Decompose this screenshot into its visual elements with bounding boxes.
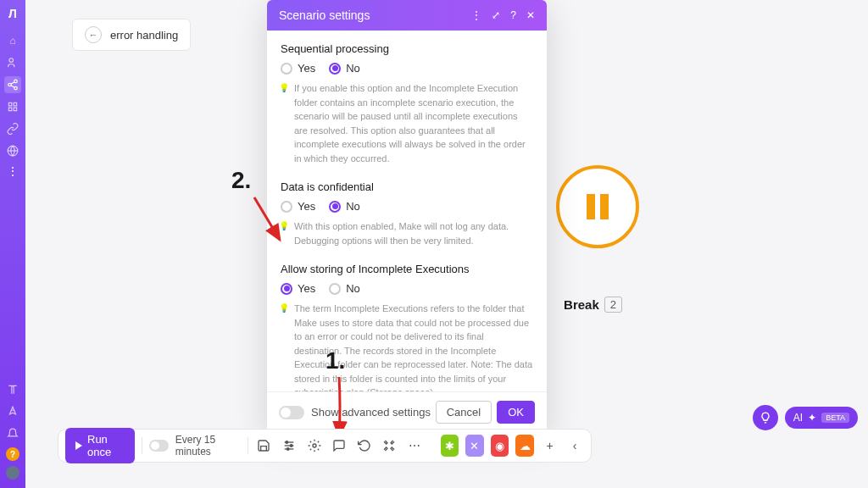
expand-icon[interactable]: ⤢ [492,9,500,21]
sidebar-link-icon[interactable] [4,120,21,137]
bottom-toolbar: Run once Every 15 minutes ⋯ ✱ ✕ ◉ ☁ + ‹ [58,429,592,463]
run-once-button[interactable]: Run once [65,428,135,463]
break-node[interactable] [556,165,639,248]
scenario-settings-modal: Scenario settings ⋮ ⤢ ? ✕ Sequential pro… [267,0,547,432]
sidebar-help-icon[interactable]: ? [6,447,19,461]
annotation-step-1: 1. [326,347,345,374]
ok-button[interactable]: OK [497,401,535,424]
advanced-label: Show advanced settings [311,406,431,419]
back-icon[interactable]: ← [85,26,102,43]
setting-sequential-processing: Sequential processing Yes No If you enab… [281,42,533,165]
tools-icon[interactable] [380,435,398,457]
radio-yes[interactable]: Yes [281,62,315,75]
sidebar-rocket-icon[interactable] [4,403,21,420]
breadcrumb: ← error handling [72,19,191,51]
svg-point-13 [286,441,288,444]
sidebar-globe-icon[interactable] [4,142,21,159]
radio-yes[interactable]: Yes [281,200,315,213]
advanced-toggle[interactable] [279,406,304,419]
annotation-step-2: 2. [231,167,251,194]
module-red-icon[interactable]: ◉ [491,435,509,457]
svg-point-14 [290,445,292,447]
controls-icon[interactable] [280,435,298,457]
modal-header: Scenario settings ⋮ ⤢ ? ✕ [267,0,547,30]
beta-badge: BETA [821,413,849,423]
sidebar-puzzle-icon[interactable] [4,98,21,115]
schedule-toggle[interactable] [149,440,169,452]
modal-footer: Show advanced settings Cancel OK [267,391,547,432]
schedule-label: Every 15 minutes [175,434,241,458]
svg-line-5 [11,86,14,87]
node-label: Break 2 [564,297,622,313]
modal-body: Sequential processing Yes No If you enab… [267,30,547,391]
history-icon[interactable] [355,435,374,457]
sidebar-share-icon[interactable] [4,76,21,93]
radio-no[interactable]: No [329,62,360,75]
help-icon[interactable]: ? [510,9,516,21]
svg-point-2 [8,83,12,86]
module-green-icon[interactable]: ✱ [441,435,459,457]
ai-pills: AI ✦ BETA [753,405,858,430]
settings-icon[interactable] [305,435,324,457]
svg-point-3 [14,86,18,90]
cancel-button[interactable]: Cancel [436,401,492,424]
svg-point-0 [9,58,14,63]
module-orange-icon[interactable]: ☁ [515,435,534,457]
svg-point-15 [287,448,289,451]
close-icon[interactable]: ✕ [526,9,535,21]
radio-no[interactable]: No [329,282,360,295]
svg-line-4 [11,82,14,84]
radio-no[interactable]: No [329,200,360,213]
save-icon[interactable] [255,435,274,457]
svg-point-16 [313,444,316,447]
sparkle-icon: ✦ [808,412,816,424]
hint-text: The term Incomplete Executions refers to… [281,302,533,391]
hint-text: If you enable this option and the Incomp… [281,81,533,165]
sidebar-avatar[interactable] [6,466,19,480]
collapse-icon[interactable]: ‹ [565,435,584,457]
play-icon [75,441,82,450]
add-icon[interactable]: + [541,435,559,457]
pause-icon [587,194,609,219]
hint-text: With this option enabled, Make will not … [281,219,533,247]
more-tools-icon[interactable]: ⋯ [405,435,424,457]
modal-title: Scenario settings [279,8,370,22]
ai-button[interactable]: AI ✦ BETA [785,407,858,429]
breadcrumb-label: error handling [110,29,178,42]
radio-yes[interactable]: Yes [281,282,315,295]
sidebar-bell-icon[interactable] [4,425,21,442]
more-icon[interactable]: ⋮ [471,9,481,21]
left-sidebar: Л ⌂ ⋮ ? [0,0,25,488]
setting-data-confidential: Data is confidential Yes No With this op… [281,180,533,247]
setting-allow-incomplete: Allow storing of Incomplete Executions Y… [281,263,533,391]
logo: Л [8,7,17,20]
sidebar-book-icon[interactable] [4,381,21,398]
module-purple-icon[interactable]: ✕ [465,435,484,457]
svg-point-1 [14,80,18,83]
notes-icon[interactable] [330,435,348,457]
sidebar-home-icon[interactable]: ⌂ [4,32,21,49]
sidebar-team-icon[interactable] [4,54,21,71]
lightbulb-button[interactable] [753,405,778,430]
sidebar-more-icon[interactable]: ⋮ [7,164,19,178]
node-badge: 2 [604,297,622,313]
